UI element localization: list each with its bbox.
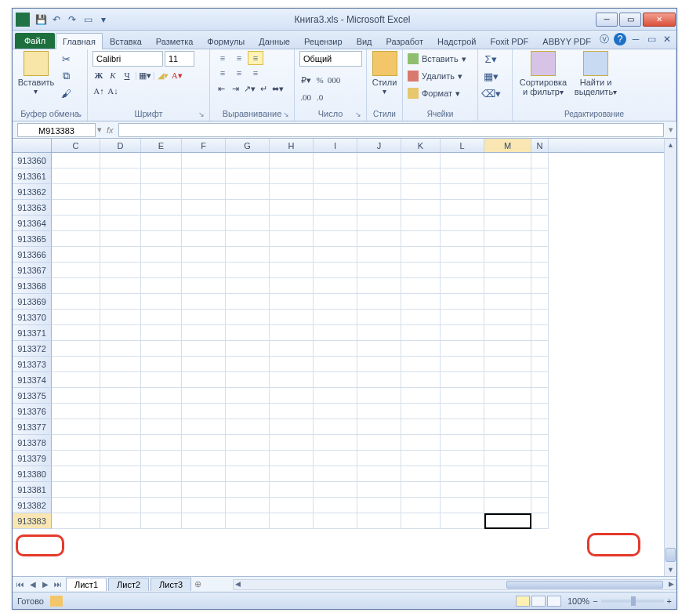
cell[interactable]	[141, 216, 182, 231]
cell[interactable]	[52, 200, 100, 216]
worksheet-grid[interactable]: 9133609133619133629133639133649133659133…	[13, 153, 664, 576]
orientation-button[interactable]: ↗▾	[243, 82, 256, 96]
align-right-button[interactable]: ≡	[248, 66, 263, 80]
cell[interactable]	[531, 419, 549, 435]
cell[interactable]	[226, 357, 270, 372]
cell[interactable]	[270, 153, 314, 168]
row-header[interactable]: 913378	[13, 435, 52, 451]
column-header[interactable]: E	[141, 139, 182, 152]
cell[interactable]	[100, 419, 141, 435]
cell[interactable]	[270, 341, 314, 357]
cell[interactable]	[531, 451, 549, 466]
cell[interactable]	[226, 404, 270, 419]
cell[interactable]	[314, 513, 357, 529]
ribbon-tab-главная[interactable]: Главная	[56, 33, 103, 49]
cell[interactable]	[484, 372, 531, 388]
cell[interactable]	[357, 216, 401, 231]
cell[interactable]	[314, 184, 357, 200]
cell[interactable]	[226, 231, 270, 247]
sheet-tab[interactable]: Лист2	[108, 578, 149, 591]
cell[interactable]	[270, 278, 314, 294]
cell[interactable]	[141, 419, 182, 435]
cell[interactable]	[226, 168, 270, 184]
cell[interactable]	[484, 247, 531, 263]
row-header[interactable]: 913368	[13, 278, 52, 294]
cell[interactable]	[401, 231, 441, 247]
ribbon-tab-вставка[interactable]: Вставка	[103, 33, 149, 49]
pagebreak-view-button[interactable]	[547, 596, 561, 607]
cell[interactable]	[401, 388, 441, 404]
cell[interactable]	[357, 451, 401, 466]
cell[interactable]	[357, 482, 401, 498]
cell[interactable]	[270, 388, 314, 404]
horizontal-scrollbar[interactable]: ◀ ▶	[233, 579, 676, 590]
cell[interactable]	[52, 482, 100, 498]
cell[interactable]	[52, 247, 100, 263]
cell[interactable]	[314, 216, 357, 231]
autosum-button[interactable]: Σ▾	[483, 51, 499, 67]
cell[interactable]	[441, 200, 484, 216]
cell[interactable]	[441, 168, 484, 184]
cell[interactable]	[100, 247, 141, 263]
paste-button[interactable]: Вставить▾	[17, 51, 55, 96]
cell[interactable]	[314, 168, 357, 184]
row-header[interactable]: 913382	[13, 498, 52, 513]
cell[interactable]	[270, 466, 314, 482]
bold-button[interactable]: Ж	[92, 68, 105, 82]
cell[interactable]	[226, 184, 270, 200]
zoom-slider[interactable]	[601, 600, 664, 603]
row-header[interactable]: 913379	[13, 451, 52, 466]
cell[interactable]	[270, 404, 314, 419]
cell[interactable]	[52, 513, 100, 529]
cell[interactable]	[441, 184, 484, 200]
cell[interactable]	[182, 325, 226, 341]
zoom-out-button[interactable]: −	[593, 596, 597, 606]
cell[interactable]	[141, 357, 182, 372]
cell[interactable]	[226, 325, 270, 341]
cell[interactable]	[270, 168, 314, 184]
cell[interactable]	[52, 357, 100, 372]
cell[interactable]	[314, 310, 357, 325]
cell[interactable]	[357, 513, 401, 529]
ribbon-tab-данные[interactable]: Данные	[252, 33, 297, 49]
cell[interactable]	[182, 482, 226, 498]
cell[interactable]	[401, 278, 441, 294]
cell[interactable]	[270, 231, 314, 247]
number-dialog-icon[interactable]: ↘	[355, 111, 361, 118]
cell[interactable]	[182, 498, 226, 513]
cell[interactable]	[52, 341, 100, 357]
cell[interactable]	[401, 498, 441, 513]
ribbon-tab-вид[interactable]: Вид	[350, 33, 379, 49]
cell[interactable]	[531, 247, 549, 263]
cell[interactable]	[270, 263, 314, 278]
cell[interactable]	[52, 184, 100, 200]
cell[interactable]	[100, 325, 141, 341]
row-header[interactable]: 913377	[13, 419, 52, 435]
cell[interactable]	[141, 325, 182, 341]
mdi-minimize-icon[interactable]: ─	[629, 33, 642, 45]
cell[interactable]	[357, 278, 401, 294]
cell[interactable]	[401, 325, 441, 341]
cell[interactable]	[52, 325, 100, 341]
cell[interactable]	[226, 419, 270, 435]
cell[interactable]	[270, 482, 314, 498]
scroll-left-icon[interactable]: ◀	[235, 580, 241, 588]
cell[interactable]	[182, 404, 226, 419]
cell[interactable]	[441, 310, 484, 325]
italic-button[interactable]: К	[107, 68, 119, 82]
cell[interactable]	[52, 372, 100, 388]
cell[interactable]	[401, 341, 441, 357]
cell[interactable]	[226, 466, 270, 482]
cell[interactable]	[100, 498, 141, 513]
cell[interactable]	[441, 388, 484, 404]
cell[interactable]	[441, 435, 484, 451]
cell[interactable]	[226, 498, 270, 513]
cell[interactable]	[357, 310, 401, 325]
cell[interactable]	[531, 200, 549, 216]
cell[interactable]	[270, 372, 314, 388]
cell[interactable]	[401, 372, 441, 388]
cell[interactable]	[401, 153, 441, 168]
cell[interactable]	[52, 278, 100, 294]
cell[interactable]	[441, 278, 484, 294]
first-sheet-icon[interactable]: ⏮	[14, 580, 27, 589]
